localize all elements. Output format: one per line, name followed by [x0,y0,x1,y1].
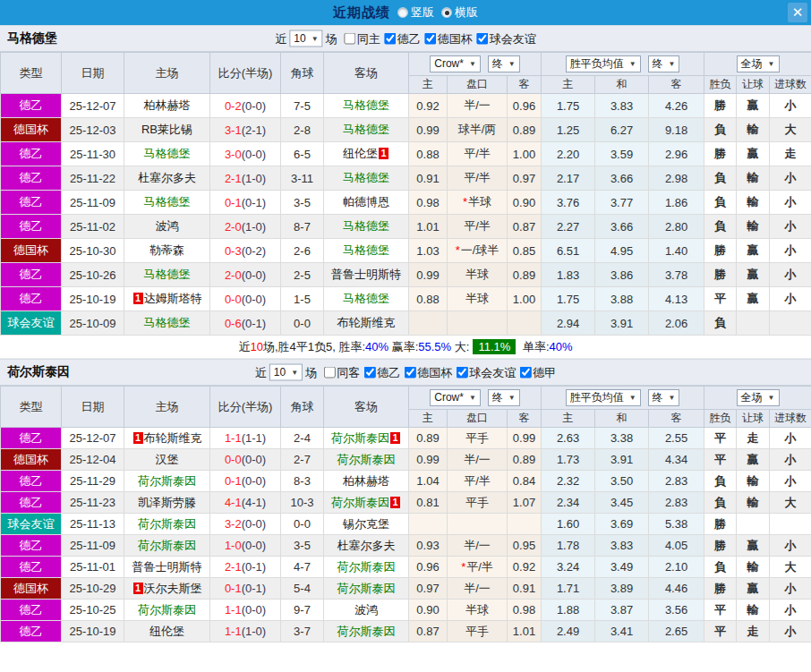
filter-checkbox[interactable]: 球会友谊 [457,364,516,380]
away-team-name[interactable]: 波鸿 [354,603,378,617]
home-team-name[interactable]: 马格德堡 [144,268,191,281]
away-team-name[interactable]: 荷尔斯泰因 [331,431,389,445]
home-team-name[interactable]: 荷尔斯泰因 [138,539,196,552]
avg-source-select[interactable]: 胜平负均值▼ [566,55,641,72]
away-team-name[interactable]: 普鲁士明斯特 [331,268,401,281]
away-team-name[interactable]: 马格德堡 [343,219,389,233]
result-goals-cell: 小 [770,191,811,215]
layout-radio-horizontal[interactable]: 横版 [441,4,478,21]
away-team-name[interactable]: 马格德堡 [343,123,389,136]
away-team-name[interactable]: 荷尔斯泰因 [337,453,396,466]
filter-checkbox[interactable]: 同主 [345,30,380,47]
checkbox-label: 球会友谊 [469,364,516,380]
away-team-name[interactable]: 杜塞尔多夫 [337,539,396,552]
checkbox-input[interactable] [477,33,489,45]
home-team-name[interactable]: 荷尔斯泰因 [138,474,196,488]
col-result-wl: 胜负 [704,410,737,428]
away-team-name[interactable]: 马格德堡 [343,243,389,257]
home-team-name[interactable]: 沃尔夫斯堡 [144,582,202,595]
match-count-select[interactable]: 10 ▼ [269,364,303,381]
away-team-name[interactable]: 荷尔斯泰因 [331,496,389,509]
filter-checkbox[interactable]: 同客 [324,364,360,380]
match-count-select[interactable]: 10 ▼ [289,30,322,47]
layout-radio-vertical[interactable]: 竖版 [397,4,434,21]
col-odds-away: 客 [508,410,542,428]
checkbox-input[interactable] [345,33,356,45]
result-handicap-cell: 贏 [737,449,770,471]
away-team-name[interactable]: 布轮斯维克 [337,316,396,329]
away-team-name[interactable]: 荷尔斯泰因 [337,625,396,638]
score-cell: 0-0(0-0) [210,449,281,471]
filter-checkbox[interactable]: 球会友谊 [477,30,536,47]
checkbox-input[interactable] [385,33,397,45]
odds-source-select[interactable]: Crow*▼ [430,389,481,406]
result-scope-select[interactable]: 全场▼ [737,55,780,72]
away-team-name[interactable]: 马格德堡 [343,292,389,305]
home-team-name[interactable]: 波鸿 [156,219,179,233]
match-date-cell: 25-11-23 [62,492,124,514]
home-team-name[interactable]: RB莱比锡 [141,123,192,136]
away-team-name[interactable]: 柏林赫塔 [343,474,389,488]
home-team-name[interactable]: 纽伦堡 [149,625,184,638]
filter-checkbox[interactable]: 德甲 [520,364,556,380]
away-team-name[interactable]: 锡尔克堡 [343,517,389,531]
home-team-name[interactable]: 达姆斯塔特 [144,292,202,305]
away-team-name[interactable]: 荷尔斯泰因 [337,560,396,574]
away-team-name[interactable]: 荷尔斯泰因 [337,582,396,595]
avg-source-select[interactable]: 胜平负均值▼ [566,389,641,406]
avg-period-select[interactable]: 终▼ [648,389,680,406]
corner-cell: 3-5 [281,191,324,215]
away-team-cell: 荷尔斯泰因1 [324,428,409,449]
checkbox-input[interactable] [405,367,416,379]
score-cell: 1-0(0-0) [210,535,281,557]
avg-away-cell: 1.40 [649,239,704,263]
radio-selected-icon[interactable] [441,7,452,18]
result-goals-cell: 大 [770,557,811,578]
rank-badge: 1 [133,432,143,444]
avg-period-select[interactable]: 终▼ [648,55,680,72]
home-team-name[interactable]: 凯泽斯劳滕 [138,496,196,509]
home-team-name[interactable]: 马格德堡 [144,195,191,208]
home-team-name[interactable]: 杜塞尔多夫 [138,171,196,184]
radio-icon[interactable] [397,7,408,18]
home-team-name[interactable]: 勒蒂森 [149,243,184,257]
checkbox-input[interactable] [457,367,468,379]
close-button[interactable]: ✕ [788,3,807,22]
home-team-name[interactable]: 汉堡 [156,453,179,466]
checkbox-input[interactable] [425,33,437,45]
home-team-name[interactable]: 荷尔斯泰因 [138,603,196,617]
away-team-cell: 马格德堡 [324,287,409,311]
result-handicap-cell: 輸 [737,118,770,142]
result-goals-cell: 小 [770,166,811,191]
home-team-name[interactable]: 普鲁士明斯特 [132,560,202,574]
away-team-name[interactable]: 帕德博恩 [343,195,389,208]
handicap-cell: *一/球半 [448,239,508,263]
home-team-name[interactable]: 马格德堡 [144,147,191,160]
col-date: 日期 [62,53,124,94]
result-goals-cell: 小 [770,535,811,557]
home-team-name[interactable]: 布轮斯维克 [144,431,202,445]
filter-checkbox[interactable]: 德乙 [385,30,421,47]
avg-away-cell: 2.80 [649,215,704,239]
filter-checkbox[interactable]: 德国杯 [405,364,452,380]
filter-checkbox[interactable]: 德国杯 [425,30,473,47]
result-scope-select[interactable]: 全场▼ [737,389,780,406]
odds-period-select[interactable]: 终▼ [488,55,520,72]
away-team-name[interactable]: 马格德堡 [343,98,389,112]
checkbox-input[interactable] [364,367,376,379]
home-team-cell: 1达姆斯塔特 [124,287,210,311]
home-team-name[interactable]: 柏林赫塔 [144,98,191,112]
away-team-name[interactable]: 纽伦堡 [343,147,378,160]
home-team-name[interactable]: 荷尔斯泰因 [138,517,196,531]
checkbox-input[interactable] [520,367,532,379]
result-wl-cell: 負 [704,118,737,142]
filter-checkbox[interactable]: 德乙 [364,364,400,380]
odds-source-select[interactable]: Crow*▼ [430,55,481,72]
odds-period-select[interactable]: 终▼ [488,389,520,406]
full-time-score: 1-0 [225,539,242,552]
away-team-cell: 马格德堡 [324,118,409,142]
chevron-down-icon: ▼ [669,391,676,404]
home-team-name[interactable]: 马格德堡 [144,316,191,329]
away-team-name[interactable]: 马格德堡 [343,171,389,184]
checkbox-input[interactable] [324,367,336,379]
